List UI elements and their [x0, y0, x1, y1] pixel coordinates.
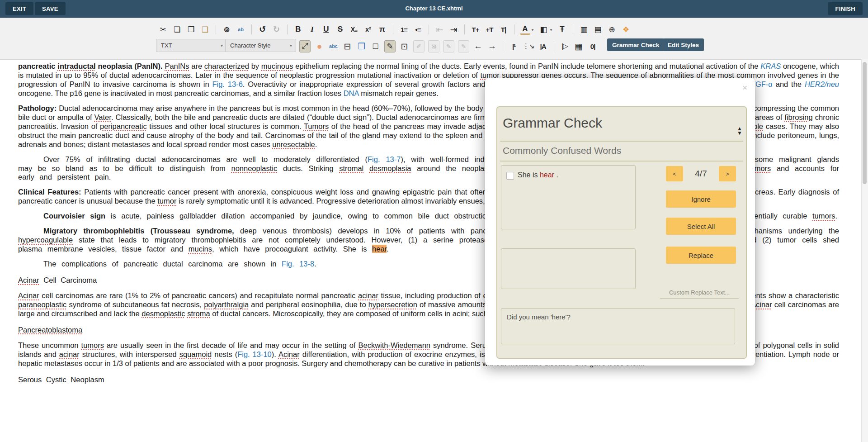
table-icon[interactable]: ⊟: [342, 41, 353, 52]
undo-icon[interactable]: ↺: [257, 24, 268, 35]
text-segment: [363, 164, 369, 172]
text-segment: desmoplastic: [142, 309, 185, 318]
bold-icon[interactable]: B: [293, 24, 303, 35]
secondary-box: [501, 248, 636, 289]
toolbar-separator: [429, 24, 429, 34]
character-style-select[interactable]: Character Style ▾: [225, 39, 296, 52]
indent-icon[interactable]: ⇥: [448, 24, 459, 35]
layers-icon[interactable]: ❖: [621, 24, 631, 35]
text-segment: Tumors: [304, 122, 329, 130]
text-segment: PanINs: [165, 62, 189, 70]
highlight-caret-icon[interactable]: ▾: [549, 24, 553, 35]
text-segment: mucins: [189, 245, 212, 253]
edit-pencil-icon[interactable]: ✎: [384, 40, 396, 52]
figure-link[interactable]: Fig. 13-6: [212, 80, 242, 88]
arrow-left-icon[interactable]: ←: [473, 41, 483, 52]
edit-styles-button[interactable]: Edit Styles: [663, 38, 704, 51]
add-person-icon[interactable]: ⊕: [607, 24, 617, 35]
next-match-button[interactable]: >: [719, 166, 736, 181]
text-segment: Acinar: [278, 350, 300, 358]
text-segment: squamoid: [179, 350, 212, 358]
text-segment: syndrome of subcutaneous fat necrosis,: [66, 300, 204, 309]
font-color-caret-icon[interactable]: ▾: [530, 24, 535, 35]
text-segment: Clinical Features:: [18, 188, 84, 196]
subtitle-divider: [500, 161, 743, 162]
grid-icon[interactable]: ▦: [574, 41, 584, 52]
line-number-icon[interactable]: |¹: [509, 41, 519, 52]
arrow-right-icon[interactable]: →: [487, 41, 497, 52]
close-icon[interactable]: ×: [742, 83, 747, 93]
text-segment: .: [315, 140, 317, 148]
text-segment: tissues and other local structures is co…: [147, 122, 304, 130]
underline-icon[interactable]: U: [321, 24, 331, 35]
page-curl-icon[interactable]: ❒: [356, 41, 367, 52]
text-segment: unresectable: [272, 140, 315, 148]
text-segment: stroma: [187, 309, 210, 318]
text-segment: Over 75% of infiltrating ductal adenocar…: [43, 155, 368, 163]
vertical-scrollbar[interactable]: [861, 59, 868, 442]
comment-icon[interactable]: ●: [314, 41, 325, 52]
spinner-icon[interactable]: ▲ ▼: [737, 126, 742, 135]
spellcheck-icon[interactable]: abc: [328, 41, 339, 52]
replace-button[interactable]: Replace: [666, 247, 736, 264]
figure-link[interactable]: Fig. 13-8: [282, 260, 314, 268]
review-lookup-icon[interactable]: ▥: [579, 24, 589, 35]
sort-order-icon[interactable]: ⋮↘: [523, 41, 534, 52]
figure-link[interactable]: KRAS: [760, 62, 781, 70]
copy-icon[interactable]: ❏: [172, 24, 182, 35]
prev-match-button[interactable]: <: [666, 166, 683, 181]
finish-button[interactable]: FINISH: [828, 2, 863, 15]
block-style-select[interactable]: TXT ▾: [156, 39, 227, 52]
book-icon[interactable]: ▤: [593, 24, 603, 35]
title-divider: [500, 141, 743, 142]
math-icon[interactable]: π: [377, 24, 387, 35]
text-segment: , which have procoagulant activity. She …: [212, 245, 372, 253]
edit-box-icon[interactable]: ⊡: [399, 41, 410, 52]
subscript-icon[interactable]: X₂: [349, 24, 359, 35]
text-segment: structures, with interspersed: [80, 350, 179, 358]
insert-text-after-icon[interactable]: +T: [484, 24, 495, 35]
scrollbar-thumb[interactable]: [863, 62, 867, 184]
suggestion-text: Did you mean 'here'?: [501, 309, 735, 325]
italic-icon[interactable]: I: [307, 24, 317, 35]
text-block-icon[interactable]: T|: [498, 24, 509, 35]
superscript-icon[interactable]: x²: [363, 24, 373, 35]
grammar-check-button[interactable]: Grammar Check: [607, 38, 664, 51]
line-style-icon[interactable]: |A: [538, 41, 548, 52]
insert-text-before-icon[interactable]: T+: [470, 24, 481, 35]
text-segment: Pathology:: [18, 104, 59, 112]
paste-style-icon[interactable]: ❑: [200, 24, 210, 35]
frame-icon[interactable]: □: [370, 41, 381, 52]
spinner-down-icon[interactable]: ▼: [737, 131, 742, 135]
text-segment: Beckwith-Wiedemann: [358, 341, 430, 349]
play-marker-icon[interactable]: |▷: [560, 41, 570, 52]
select-all-button[interactable]: Select All: [666, 218, 736, 235]
redo-icon: ↻: [271, 24, 282, 35]
custom-replace-input[interactable]: [660, 286, 739, 299]
text-segment: Courvoisier sign: [43, 212, 105, 220]
figure-link[interactable]: Fig. 13-7: [368, 155, 401, 163]
text-segment: Serous Cystic Neoplasm: [18, 375, 104, 384]
figure-link[interactable]: DNA: [344, 89, 359, 97]
fit-view-icon[interactable]: ⤢: [299, 40, 311, 52]
highlight-icon[interactable]: ◧: [538, 24, 549, 35]
zero-marker-icon[interactable]: 0|: [588, 41, 598, 52]
cut-icon[interactable]: ✂: [158, 24, 168, 35]
figure-link[interactable]: HER2/neu: [805, 80, 839, 88]
ignore-button[interactable]: Ignore: [666, 190, 736, 208]
paste-icon[interactable]: ❐: [186, 24, 196, 35]
unordered-list-icon[interactable]: •≡: [413, 24, 423, 35]
text-segment: oncogene. The p16 gene is inactivated in…: [18, 89, 344, 97]
clear-format-icon[interactable]: Ŧ: [557, 24, 567, 35]
font-color-icon[interactable]: A: [520, 24, 530, 35]
ordered-list-icon[interactable]: 1≡: [399, 24, 409, 35]
strikethrough-icon[interactable]: S: [335, 24, 345, 35]
toolbar-separator: [287, 24, 288, 34]
sentence-checkbox[interactable]: [506, 172, 514, 180]
text-segment: characterized: [204, 62, 249, 70]
heading-serous-cystic-neoplasm: Serous Cystic Neoplasm: [18, 375, 839, 385]
figure-link[interactable]: Fig. 13-10: [237, 350, 272, 358]
find-icon[interactable]: ⊚: [222, 24, 232, 35]
text-segment: mucinous: [261, 62, 293, 70]
find-replace-icon[interactable]: ab: [236, 24, 246, 35]
